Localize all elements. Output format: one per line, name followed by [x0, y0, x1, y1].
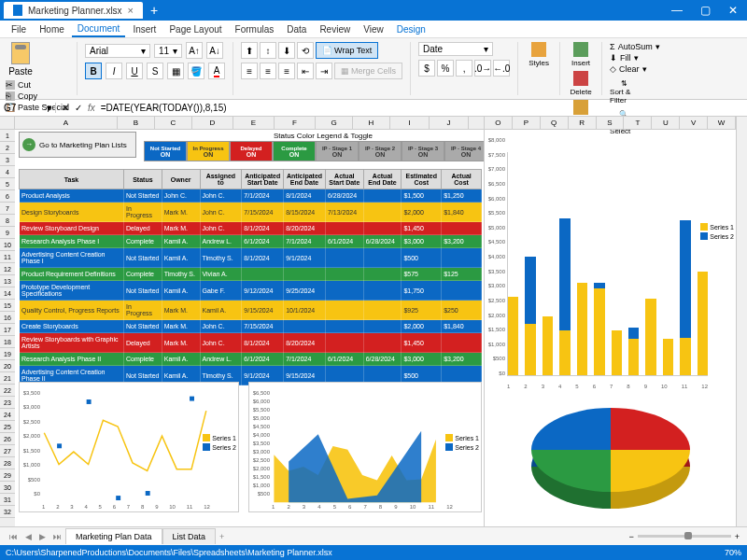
font-size-select[interactable]: 11▾ — [154, 44, 182, 58]
table-row[interactable]: Research Analysis Phase ICompleteKamil A… — [20, 235, 482, 248]
border-button[interactable]: ▦ — [167, 63, 184, 79]
menu-file[interactable]: File — [6, 22, 32, 36]
percent-button[interactable]: % — [437, 60, 454, 77]
align-bottom-button[interactable]: ⬇ — [278, 42, 295, 59]
close-window-icon[interactable]: ✕ — [719, 4, 747, 17]
toggle-complete[interactable]: CompleteON — [273, 141, 316, 161]
zoom-level[interactable]: 70% — [725, 548, 741, 557]
bold-button[interactable]: B — [85, 63, 102, 79]
wrap-text-button[interactable]: 📄Wrap Text — [316, 42, 378, 59]
nav-button[interactable]: → Go to Marketing Plan Lists — [19, 132, 136, 158]
table-row[interactable]: Review Storyboards with Graphic ArtistsD… — [20, 333, 482, 353]
toggle-ip---stage-2[interactable]: IP - Stage 2ON — [359, 141, 402, 161]
sheet-tab[interactable]: List Data — [162, 528, 217, 544]
menu-formulas[interactable]: Formulas — [230, 22, 280, 36]
menu-page-layout[interactable]: Page Layout — [163, 22, 227, 36]
cut-button[interactable]: ✂Cut — [6, 80, 69, 90]
toggle-in-progress[interactable]: In ProgressON — [187, 141, 230, 161]
table-row[interactable]: Advertising Content Creation Phase INot … — [20, 248, 482, 268]
bar — [628, 328, 639, 375]
last-sheet-icon[interactable]: ⏭ — [49, 532, 65, 541]
paste-button[interactable]: Paste — [6, 42, 35, 77]
insert-cells-button[interactable]: Insert — [568, 42, 594, 67]
close-tab-icon[interactable]: × — [128, 5, 134, 16]
align-middle-button[interactable]: ↕ — [260, 42, 276, 59]
autosum-button[interactable]: Σ AutoSum▾ — [610, 42, 660, 51]
font-select[interactable]: Arial▾ — [85, 44, 150, 58]
table-row[interactable]: Design StoryboardsIn ProgressMark M.John… — [20, 203, 482, 222]
chevron-down-icon: ▾ — [47, 103, 51, 113]
formula-input[interactable]: =DATE(YEAR(TODAY()),8,15) — [101, 103, 227, 113]
maximize-icon[interactable]: ▢ — [691, 4, 719, 17]
zoom-slider[interactable] — [638, 535, 731, 538]
document-tab[interactable]: Marketing Planner.xlsx × — [4, 2, 143, 19]
menu-document[interactable]: Document — [72, 21, 126, 37]
svg-rect-1 — [87, 399, 92, 404]
table-row[interactable]: Create StoryboardsNot StartedMark M.John… — [20, 320, 482, 333]
orientation-button[interactable]: ⟲ — [297, 42, 314, 59]
align-left-button[interactable]: ≡ — [241, 63, 258, 79]
italic-button[interactable]: I — [106, 63, 122, 79]
add-sheet-icon[interactable]: + — [216, 532, 228, 541]
menu-review[interactable]: Review — [314, 22, 356, 36]
next-sheet-icon[interactable]: ▶ — [35, 532, 49, 541]
fx-icon[interactable]: fx — [88, 103, 95, 113]
table-row[interactable]: Product Requirement DefinitionsCompleteT… — [20, 268, 482, 281]
increase-font-button[interactable]: A↑ — [186, 42, 203, 59]
decrease-font-button[interactable]: A↓ — [206, 42, 223, 59]
menu-insert[interactable]: Insert — [127, 22, 162, 36]
currency-button[interactable]: $ — [418, 60, 435, 77]
accept-formula-icon[interactable]: ✓ — [75, 103, 82, 113]
file-path: C:\Users\SharpenedProductions\Documents\… — [6, 548, 332, 557]
table-row[interactable]: Research Analysis Phase IICompleteKamil … — [20, 353, 482, 366]
toggle-not-started[interactable]: Not StartedON — [144, 141, 187, 161]
fill-color-button[interactable]: 🪣 — [188, 63, 204, 79]
toggle-delayed[interactable]: DelayedON — [230, 141, 273, 161]
decrease-decimal-button[interactable]: ←.0 — [493, 60, 510, 77]
right-column-headers[interactable]: OPQRSTUVW — [485, 117, 736, 130]
vertical-scrollbar[interactable] — [736, 117, 747, 526]
table-row[interactable]: Product AnalysisNot StartedJohn C.John C… — [20, 189, 482, 203]
zoom-in-icon[interactable]: + — [735, 532, 740, 541]
indent-inc-button[interactable]: ⇥ — [316, 63, 332, 79]
row-headers[interactable]: 1234567891011121314151617181920212223242… — [0, 130, 15, 526]
minimize-icon[interactable]: — — [663, 4, 691, 17]
table-row[interactable]: Quality Control, Progress ReportsIn Prog… — [20, 301, 482, 320]
column-headers[interactable]: ABCDEFGHIJ — [0, 117, 484, 130]
spreadsheet-grid[interactable]: → Go to Marketing Plan Lists Status Colo… — [15, 130, 484, 526]
toggle-ip---stage-1[interactable]: IP - Stage 1ON — [316, 141, 359, 161]
align-center-button[interactable]: ≡ — [260, 63, 276, 79]
menu-design[interactable]: Design — [391, 22, 431, 36]
indent-dec-button[interactable]: ⇤ — [297, 63, 314, 79]
menu-data[interactable]: Data — [281, 22, 312, 36]
merge-cells-button[interactable]: ▦Merge Cells — [334, 63, 402, 79]
table-row[interactable]: Prototype Development SpecificationsNot … — [20, 281, 482, 301]
styles-button[interactable]: Styles — [526, 42, 552, 67]
strike-button[interactable]: S — [147, 63, 163, 79]
zoom-out-icon[interactable]: − — [628, 532, 633, 541]
tab-title: Marketing Planner.xlsx — [28, 6, 122, 16]
align-top-button[interactable]: ⬆ — [241, 42, 258, 59]
table-row[interactable]: Review Storyboard DesignDelayedMark M.Jo… — [20, 222, 482, 235]
toggle-ip---stage-4[interactable]: IP - Stage 4ON — [444, 141, 484, 161]
increase-decimal-button[interactable]: .0→ — [474, 60, 491, 77]
prev-sheet-icon[interactable]: ◀ — [21, 532, 35, 541]
first-sheet-icon[interactable]: ⏮ — [6, 532, 21, 541]
number-format-select[interactable]: Date▾ — [418, 42, 493, 56]
cell-reference-box[interactable]: G7▾ — [0, 103, 56, 113]
insert-icon — [573, 42, 588, 57]
clear-button[interactable]: ◇ Clear▾ — [610, 64, 660, 74]
new-tab-button[interactable]: + — [143, 3, 165, 18]
cancel-formula-icon[interactable]: ✕ — [62, 103, 69, 113]
menu-home[interactable]: Home — [34, 22, 70, 36]
align-right-button[interactable]: ≡ — [278, 63, 295, 79]
comma-button[interactable]: , — [456, 60, 472, 77]
svg-rect-2 — [116, 496, 120, 500]
toggle-ip---stage-3[interactable]: IP - Stage 3ON — [402, 141, 444, 161]
sheet-tab-active[interactable]: Marketing Plan Data — [65, 528, 162, 544]
font-color-button[interactable]: A — [208, 63, 225, 79]
delete-cells-button[interactable]: Delete — [568, 71, 594, 96]
underline-button[interactable]: U — [126, 63, 143, 79]
menu-view[interactable]: View — [358, 22, 389, 36]
fill-button[interactable]: ⬇ Fill▾ — [610, 53, 660, 63]
